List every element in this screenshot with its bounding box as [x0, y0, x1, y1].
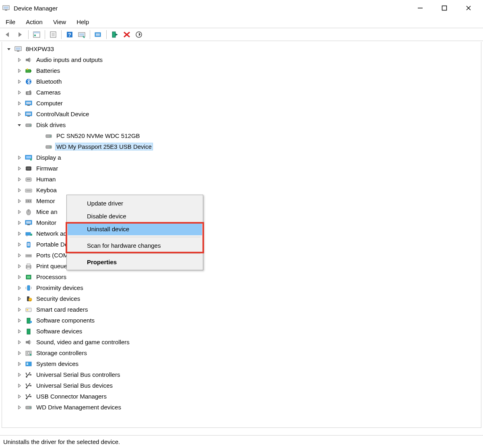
expand-icon[interactable] — [17, 57, 22, 63]
svg-rect-35 — [26, 59, 28, 61]
tree-category[interactable]: Bluetooth — [4, 76, 481, 87]
expand-icon[interactable] — [17, 339, 22, 345]
disable-device-button[interactable] — [134, 30, 144, 39]
expand-icon[interactable] — [17, 220, 22, 226]
svg-rect-32 — [16, 47, 21, 50]
tree-category[interactable]: Universal Serial Bus devices — [4, 380, 481, 391]
tree-category-label: Mice an — [35, 208, 59, 216]
tree-category[interactable]: Security devices — [4, 293, 481, 304]
tree-category-label: Universal Serial Bus devices — [35, 382, 114, 389]
svg-point-45 — [27, 92, 30, 94]
tree-category[interactable]: Sound, video and game controllers — [4, 337, 481, 347]
expand-icon[interactable] — [17, 383, 22, 388]
expand-icon[interactable] — [17, 405, 22, 410]
tree-category[interactable]: Cameras — [4, 87, 481, 98]
expand-icon[interactable] — [17, 263, 22, 269]
svg-marker-118 — [19, 297, 21, 300]
tree-category[interactable]: System devices — [4, 358, 481, 369]
expand-icon[interactable] — [17, 198, 22, 204]
tree-category[interactable]: Keyboa — [4, 185, 481, 195]
tree-category[interactable]: Firmwar — [4, 163, 481, 174]
close-button[interactable] — [456, 0, 481, 16]
tree-category[interactable]: Human — [4, 174, 481, 185]
properties-button[interactable] — [48, 30, 58, 39]
tree-category[interactable]: Display a — [4, 152, 481, 163]
enable-device-button[interactable] — [110, 30, 120, 39]
scan-hardware-button[interactable] — [77, 30, 87, 39]
expand-icon[interactable] — [17, 350, 22, 356]
expand-icon[interactable] — [17, 318, 22, 323]
ctx-disable-device[interactable]: Disable device — [68, 210, 202, 222]
svg-rect-22 — [96, 33, 100, 36]
expand-icon[interactable] — [17, 101, 22, 106]
expand-icon[interactable] — [17, 187, 22, 193]
tree-category[interactable]: Software devices — [4, 326, 481, 337]
expand-icon[interactable] — [17, 242, 22, 247]
expand-icon[interactable] — [17, 394, 22, 399]
expand-icon[interactable] — [17, 155, 22, 160]
svg-rect-87 — [28, 200, 29, 202]
ctx-update-driver[interactable]: Update driver — [68, 197, 202, 210]
maximize-button[interactable] — [432, 0, 456, 16]
window-controls — [408, 0, 481, 16]
ctx-uninstall-device[interactable]: Uninstall device — [68, 222, 202, 235]
tree-category-label: Sound, video and game controllers — [35, 338, 131, 346]
menu-action[interactable]: Action — [24, 18, 44, 26]
expand-icon[interactable] — [17, 307, 22, 312]
tree-category[interactable]: Disk drives — [4, 119, 481, 130]
expand-icon[interactable] — [17, 209, 22, 215]
back-button[interactable] — [3, 30, 13, 39]
minimize-button[interactable] — [408, 0, 432, 16]
tree-category[interactable]: USB Connector Managers — [4, 391, 481, 402]
menu-help[interactable]: Help — [75, 18, 91, 26]
expand-icon[interactable] — [17, 231, 22, 236]
tree-device[interactable]: WD My Passport 25E3 USB Device — [4, 141, 481, 152]
uninstall-device-button[interactable] — [122, 30, 132, 39]
tree-category[interactable]: WD Drive Management devices — [4, 402, 481, 413]
expand-icon[interactable] — [17, 166, 22, 171]
expand-icon[interactable] — [17, 329, 22, 334]
svg-rect-68 — [27, 167, 30, 170]
tree-category[interactable]: Computer — [4, 98, 481, 109]
tree-category[interactable]: ControlVault Device — [4, 109, 481, 119]
expand-icon[interactable] — [17, 253, 22, 258]
expand-icon[interactable] — [17, 90, 22, 95]
ctx-properties[interactable]: Properties — [68, 255, 202, 268]
forward-button[interactable] — [15, 30, 25, 39]
menu-file[interactable]: File — [4, 18, 17, 26]
svg-point-108 — [30, 255, 31, 256]
collapse-icon[interactable] — [6, 46, 12, 52]
expand-icon[interactable] — [17, 274, 22, 280]
collapse-icon[interactable] — [17, 122, 22, 128]
expand-icon[interactable] — [17, 79, 22, 84]
expand-icon[interactable] — [17, 361, 22, 367]
help-button[interactable]: ? — [65, 30, 74, 39]
expand-icon[interactable] — [17, 177, 22, 182]
tree-category-label: Software components — [35, 316, 96, 324]
tree-category[interactable]: Processors — [4, 271, 481, 282]
expand-icon[interactable] — [17, 68, 22, 74]
tree-category[interactable]: Smart card readers — [4, 304, 481, 315]
expand-icon[interactable] — [17, 372, 22, 378]
svg-marker-165 — [19, 406, 21, 409]
device-tree[interactable]: 8HXPW33 Audio inputs and outputsBatterie… — [2, 42, 481, 428]
ctx-scan-hardware[interactable]: Scan for hardware changes — [68, 239, 202, 252]
tree-category[interactable]: Batteries — [4, 65, 481, 76]
tree-device[interactable]: PC SN520 NVMe WDC 512GB — [4, 130, 481, 141]
tree-category[interactable]: Universal Serial Bus controllers — [4, 369, 481, 380]
tree-category[interactable]: Software components — [4, 315, 481, 326]
menu-view[interactable]: View — [52, 18, 68, 26]
update-driver-button[interactable] — [93, 30, 103, 39]
show-hide-console-tree-button[interactable] — [32, 30, 41, 39]
software-icon — [25, 317, 33, 324]
tree-category[interactable]: Proximity devices — [4, 282, 481, 293]
svg-rect-49 — [26, 102, 31, 104]
expand-icon[interactable] — [17, 296, 22, 302]
svg-marker-149 — [19, 384, 21, 387]
security-icon — [25, 295, 33, 302]
tree-root[interactable]: 8HXPW33 — [4, 43, 481, 54]
tree-category[interactable]: Audio inputs and outputs — [4, 54, 481, 65]
tree-category[interactable]: Storage controllers — [4, 347, 481, 358]
expand-icon[interactable] — [17, 285, 22, 291]
expand-icon[interactable] — [17, 111, 22, 117]
